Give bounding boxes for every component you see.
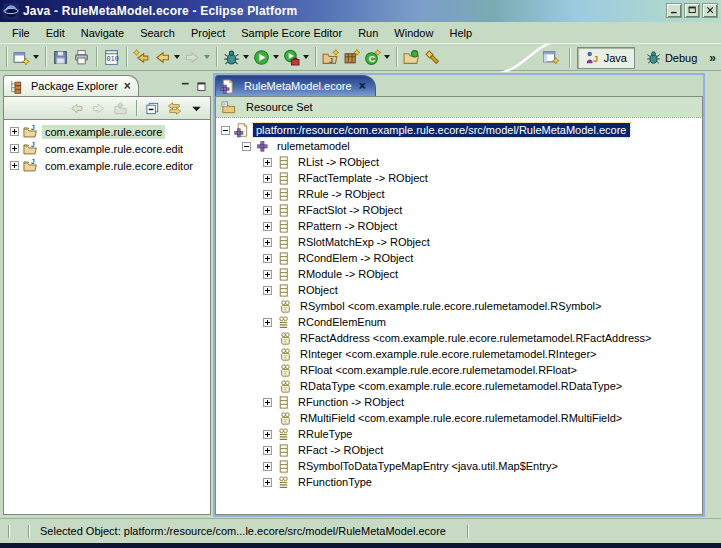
back-button[interactable] [67,98,86,118]
expander-plus-icon[interactable] [263,254,272,263]
last-edit-location-button[interactable] [131,45,152,69]
dropdown-arrow-icon[interactable] [204,55,210,59]
tree-item[interactable]: RObject [216,282,702,298]
tree-item[interactable]: RRuleType [216,426,702,442]
titlebar[interactable]: Java - RuleMetaModel.ecore - Eclipse Pla… [0,0,721,22]
view-minimize-button[interactable] [180,81,192,93]
tree-item[interactable]: RModule -> RObject [216,266,702,282]
close-button[interactable] [702,3,718,18]
package-explorer-tab[interactable]: Package Explorer × [3,75,139,96]
eclass-icon [276,155,291,170]
tree-item[interactable]: RFact -> RObject [216,442,702,458]
expander-minus-icon[interactable] [242,142,251,151]
search-button[interactable] [422,45,443,69]
tree-item[interactable]: RList -> RObject [216,154,702,170]
run-button[interactable] [251,45,281,69]
expander-plus-icon[interactable] [10,161,19,170]
expander-plus-icon[interactable] [263,190,272,199]
expander-plus-icon[interactable] [263,286,272,295]
debug-button[interactable] [221,45,251,69]
back-button[interactable] [152,45,182,69]
menu-help[interactable]: Help [441,24,480,42]
tree-item[interactable]: RDataType <com.example.rule.ecore.ruleme… [216,378,702,394]
forward-button[interactable] [182,45,212,69]
perspective-overflow-chevron[interactable]: » [708,51,719,65]
menu-file[interactable]: File [4,24,38,42]
menu-window[interactable]: Window [386,24,441,42]
close-view-icon[interactable]: × [124,79,131,93]
expander-plus-icon[interactable] [263,318,272,327]
tree-item[interactable]: RInteger <com.example.rule.ecore.rulemet… [216,346,702,362]
expander-plus-icon[interactable] [263,222,272,231]
dropdown-arrow-icon[interactable] [33,55,39,59]
tree-item[interactable]: RMultiField <com.example.rule.ecore.rule… [216,410,702,426]
open-perspective-button[interactable] [539,46,562,70]
tree-item[interactable]: RCondElem -> RObject [216,250,702,266]
menu-run[interactable]: Run [350,24,386,42]
binary-file-button[interactable]: 010 [101,45,122,69]
perspective-java-button[interactable]: JJava [577,47,635,69]
link-editor-button[interactable] [165,98,184,118]
tree-item[interactable]: RSymbolToDataTypeMapEntry <java.util.Map… [216,458,702,474]
dropdown-arrow-icon[interactable] [303,55,309,59]
expander-plus-icon[interactable] [263,238,272,247]
tree-item[interactable]: platform:/resource/com.example.rule.ecor… [216,122,702,138]
menu-sample-ecore-editor[interactable]: Sample Ecore Editor [233,24,350,42]
tree-item[interactable]: rulemetamodel [216,138,702,154]
expander-plus-icon[interactable] [10,144,19,153]
view-menu-button[interactable] [187,98,206,118]
print-button[interactable] [71,45,92,69]
expander-plus-icon[interactable] [263,478,272,487]
expander-plus-icon[interactable] [263,430,272,439]
tree-item[interactable]: RFactAddress <com.example.rule.ecore.rul… [216,330,702,346]
editor-tab[interactable]: RuleMetaModel.ecore × [215,75,376,96]
package-explorer-toolbar [3,96,211,119]
expander-plus-icon[interactable] [263,446,272,455]
close-editor-icon[interactable]: × [359,79,366,93]
new-class-button[interactable]: C [362,45,392,69]
maximize-button[interactable] [684,3,700,18]
expander-plus-icon[interactable] [263,398,272,407]
expander-plus-icon[interactable] [263,158,272,167]
dropdown-arrow-icon[interactable] [174,55,180,59]
view-maximize-button[interactable] [196,81,208,93]
new-java-project-button[interactable]: J [320,45,341,69]
menu-search[interactable]: Search [132,24,183,42]
open-type-button[interactable] [401,45,422,69]
menu-project[interactable]: Project [183,24,233,42]
expander-minus-icon[interactable] [221,126,230,135]
expander-plus-icon[interactable] [263,462,272,471]
tree-item[interactable]: Jcom.example.rule.ecore.editor [4,157,210,174]
external-tools-button[interactable] [281,45,311,69]
tree-item[interactable]: RFloat <com.example.rule.ecore.rulemetam… [216,362,702,378]
package-explorer-tab-row: Package Explorer × [3,75,211,96]
tree-item[interactable]: RRule -> RObject [216,186,702,202]
tree-item[interactable]: RCondElemEnum [216,314,702,330]
expander-plus-icon[interactable] [263,174,272,183]
forward-button[interactable] [89,98,108,118]
new-package-button[interactable] [341,45,362,69]
tree-item[interactable]: RSymbol <com.example.rule.ecore.rulemeta… [216,298,702,314]
dropdown-arrow-icon[interactable] [273,55,279,59]
menu-edit[interactable]: Edit [38,24,73,42]
tree-item[interactable]: RFactTemplate -> RObject [216,170,702,186]
perspective-debug-button[interactable]: Debug [638,47,705,69]
minimize-button[interactable] [666,3,682,18]
tree-item[interactable]: RPattern -> RObject [216,218,702,234]
tree-item[interactable]: RFactSlot -> RObject [216,202,702,218]
tree-item[interactable]: Jcom.example.rule.ecore.edit [4,140,210,157]
save-button[interactable] [50,45,71,69]
expander-plus-icon[interactable] [263,270,272,279]
expander-plus-icon[interactable] [263,206,272,215]
dropdown-arrow-icon[interactable] [243,55,249,59]
up-button[interactable] [111,98,130,118]
tree-item[interactable]: RSlotMatchExp -> RObject [216,234,702,250]
menu-navigate[interactable]: Navigate [73,24,132,42]
tree-item[interactable]: RFunctionType [216,474,702,490]
collapse-all-button[interactable] [143,98,162,118]
dropdown-arrow-icon[interactable] [384,55,390,59]
new-wizard-button[interactable] [11,45,41,69]
tree-item[interactable]: Jcom.example.rule.ecore [4,123,210,140]
expander-plus-icon[interactable] [10,127,19,136]
tree-item[interactable]: RFunction -> RObject [216,394,702,410]
